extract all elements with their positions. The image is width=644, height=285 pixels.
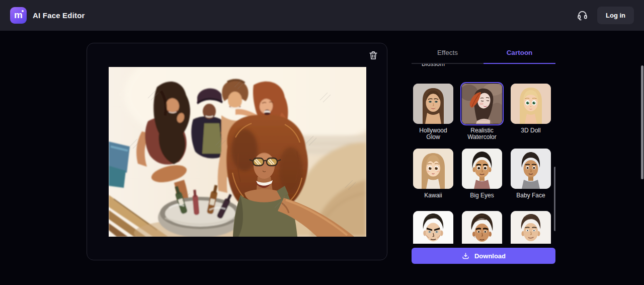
download-button[interactable]: Download — [412, 248, 555, 264]
style-tabs: Effects Cartoon — [412, 45, 555, 64]
panel-scrollbar[interactable] — [554, 167, 555, 231]
style-card-partial-2[interactable] — [462, 211, 502, 244]
style-row: Kawaii — [413, 149, 555, 199]
style-label-clipped: Blossom — [413, 64, 453, 67]
style-card-partial-1[interactable] — [413, 211, 453, 244]
tab-effects[interactable]: Effects — [412, 45, 484, 64]
style-thumbnail — [413, 84, 453, 124]
style-card-3d-doll[interactable]: 3D Doll — [511, 84, 551, 140]
top-navbar: m AI Face Editor Log in — [0, 0, 644, 31]
style-thumbnail — [462, 211, 502, 244]
app-title: AI Face Editor — [33, 11, 85, 20]
style-card-baby-face[interactable]: Baby Face — [511, 149, 551, 199]
style-label: Hollywood Glow — [413, 127, 453, 140]
style-card-big-eyes[interactable]: Big Eyes — [462, 149, 502, 199]
style-thumbnail — [511, 84, 551, 124]
style-row-partial — [413, 211, 555, 244]
styles-sidebar: Effects Cartoon Blossom — [412, 45, 555, 264]
download-icon — [461, 252, 470, 260]
app-logo[interactable]: m — [10, 7, 27, 24]
headset-icon — [577, 10, 588, 21]
style-thumbnail — [511, 211, 551, 244]
delete-image-button[interactable] — [367, 50, 379, 62]
support-button[interactable] — [577, 10, 588, 21]
login-button[interactable]: Log in — [597, 7, 634, 24]
style-card-realistic-watercolor[interactable]: Realistic Watercolor — [462, 84, 502, 140]
navbar-actions: Log in — [577, 7, 634, 24]
edited-photo-art — [109, 67, 366, 237]
trash-icon — [368, 50, 379, 61]
download-label: Download — [474, 252, 506, 260]
style-label: Big Eyes — [470, 192, 494, 199]
style-card-hollywood-glow[interactable]: Hollywood Glow — [413, 84, 453, 140]
page-scrollbar[interactable] — [641, 65, 643, 179]
style-thumbnail — [462, 84, 502, 124]
style-label: Realistic Watercolor — [462, 127, 502, 140]
styles-scroll-area[interactable]: Blossom — [412, 64, 555, 244]
style-card-kawaii[interactable]: Kawaii — [413, 149, 453, 199]
style-card-partial-3[interactable] — [511, 211, 551, 244]
style-thumbnail — [462, 149, 502, 189]
style-label: Baby Face — [516, 192, 545, 199]
logo-dot-icon — [22, 10, 24, 12]
style-label: 3D Doll — [521, 127, 540, 134]
style-thumbnail — [413, 211, 453, 244]
style-row: Hollywood Glow — [413, 84, 555, 140]
image-preview-panel — [87, 43, 387, 260]
edited-photo — [109, 67, 366, 237]
style-thumbnail — [511, 149, 551, 189]
style-thumbnail — [413, 149, 453, 189]
tab-cartoon[interactable]: Cartoon — [484, 45, 555, 64]
style-label: Kawaii — [424, 192, 442, 199]
